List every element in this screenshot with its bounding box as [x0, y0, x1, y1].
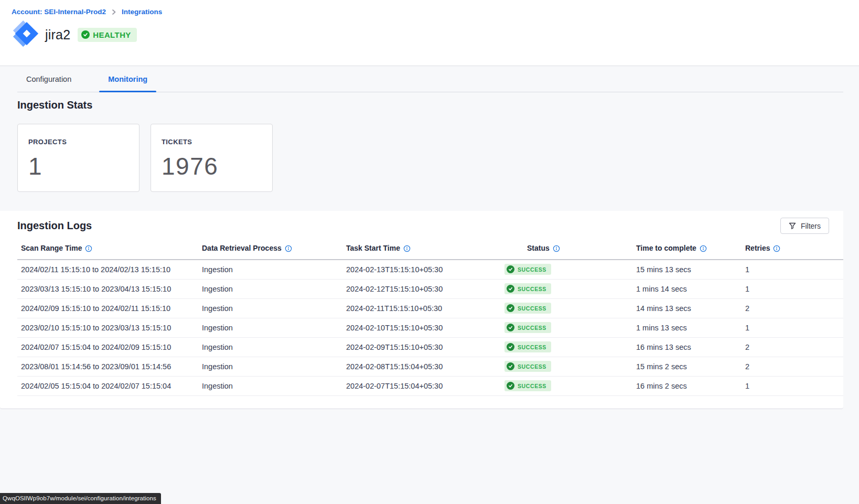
cell-status: SUCCESS — [501, 357, 632, 376]
stat-card-label: TICKETS — [162, 138, 272, 146]
cell-time-to-complete: 15 mins 2 secs — [632, 357, 742, 376]
stat-card-value: 1 — [28, 152, 139, 180]
log-table-row: 2024/02/11 15:15:10 to 2024/02/13 15:15:… — [17, 260, 843, 279]
info-icon[interactable] — [403, 245, 411, 252]
cell-scan-range: 2023/08/01 15:14:56 to 2023/09/01 15:14:… — [17, 357, 198, 376]
check-circle-icon — [507, 285, 514, 293]
log-table-row: 2024/02/09 15:15:10 to 2024/02/11 15:15:… — [17, 298, 843, 318]
cell-scan-range: 2024/02/07 15:15:04 to 2024/02/09 15:15:… — [17, 337, 198, 357]
stat-card-value: 1976 — [162, 152, 272, 180]
cell-task-start: 2024-02-13T15:15:10+05:30 — [342, 260, 501, 279]
stat-card-tickets: TICKETS 1976 — [151, 124, 273, 192]
health-status-label: HEALTHY — [93, 30, 131, 39]
column-header-time-to-complete: Time to complete — [632, 234, 742, 260]
page-title: jira2 — [45, 27, 70, 42]
cell-task-start: 2024-02-10T15:15:10+05:30 — [342, 318, 501, 337]
ingestion-stats-section: Ingestion Stats PROJECTS 1 TICKETS 1976 — [0, 92, 843, 201]
cell-process: Ingestion — [198, 279, 342, 298]
cell-retries: 2 — [742, 357, 843, 376]
tab-bar: ConfigurationMonitoring — [17, 67, 843, 92]
cell-retries: 1 — [742, 376, 843, 395]
column-header-scan-range-time: Scan Range Time — [17, 234, 198, 260]
tab-monitoring[interactable]: Monitoring — [99, 67, 156, 92]
cell-task-start: 2024-02-12T15:15:10+05:30 — [342, 279, 501, 298]
link-url-statusbar: QwqOSlIWp9ob7w/module/sei/configuration/… — [0, 493, 161, 504]
cell-time-to-complete: 15 mins 13 secs — [632, 260, 742, 279]
status-label: SUCCESS — [518, 325, 546, 331]
status-label: SUCCESS — [518, 344, 546, 350]
cell-scan-range: 2023/02/10 15:15:10 to 2023/03/13 15:15:… — [17, 318, 198, 337]
column-header-status: Status — [501, 234, 632, 260]
column-header-task-start-time: Task Start Time — [342, 234, 501, 260]
log-table-row: 2023/08/01 15:14:56 to 2023/09/01 15:14:… — [17, 357, 843, 376]
status-label: SUCCESS — [518, 286, 546, 292]
status-label: SUCCESS — [518, 383, 546, 389]
cell-time-to-complete: 1 mins 13 secs — [632, 318, 742, 337]
cell-process: Ingestion — [198, 357, 342, 376]
filters-button-label: Filters — [801, 222, 821, 230]
cell-scan-range: 2024/02/11 15:15:10 to 2024/02/13 15:15:… — [17, 260, 198, 279]
info-icon[interactable] — [285, 245, 292, 252]
status-label: SUCCESS — [518, 363, 546, 370]
cell-scan-range: 2024/02/09 15:15:10 to 2024/02/11 15:15:… — [17, 298, 198, 318]
status-badge: SUCCESS — [504, 283, 551, 294]
breadcrumb-integrations-link[interactable]: Integrations — [122, 8, 162, 16]
info-icon[interactable] — [553, 245, 560, 252]
status-label: SUCCESS — [518, 305, 546, 312]
cell-task-start: 2024-02-11T15:15:10+05:30 — [342, 298, 501, 318]
check-circle-icon — [507, 265, 514, 273]
cell-status: SUCCESS — [501, 260, 632, 279]
funnel-icon — [789, 222, 796, 230]
stat-card-label: PROJECTS — [28, 138, 139, 146]
stat-card-projects: PROJECTS 1 — [17, 124, 139, 192]
cell-status: SUCCESS — [501, 298, 632, 318]
breadcrumb-account-link[interactable]: Account: SEI-Internal-Prod2 — [12, 8, 106, 16]
cell-time-to-complete: 16 mins 13 secs — [632, 337, 742, 357]
cell-retries: 1 — [742, 279, 843, 298]
check-circle-icon — [81, 30, 90, 39]
status-badge: SUCCESS — [504, 322, 551, 333]
tab-configuration[interactable]: Configuration — [17, 67, 80, 92]
ingestion-logs-table: Scan Range Time Data Retrieval Process — [17, 234, 843, 396]
ingestion-stats-heading: Ingestion Stats — [17, 99, 843, 111]
health-status-badge: HEALTHY — [78, 28, 137, 42]
info-icon[interactable] — [773, 245, 780, 252]
info-icon[interactable] — [85, 245, 92, 252]
cell-process: Ingestion — [198, 318, 342, 337]
cell-status: SUCCESS — [501, 279, 632, 298]
table-header-row: Scan Range Time Data Retrieval Process — [17, 234, 843, 260]
cell-status: SUCCESS — [501, 318, 632, 337]
check-circle-icon — [507, 324, 514, 331]
table-body: 2024/02/11 15:15:10 to 2024/02/13 15:15:… — [17, 260, 843, 395]
column-header-retries: Retries — [742, 234, 843, 260]
info-icon[interactable] — [700, 245, 707, 252]
breadcrumb: Account: SEI-Internal-Prod2 Integrations — [12, 8, 859, 16]
check-circle-icon — [507, 382, 514, 390]
log-table-row: 2024/02/05 15:15:04 to 2024/02/07 15:15:… — [17, 376, 843, 395]
check-circle-icon — [507, 362, 514, 370]
ingestion-logs-section: Ingestion Logs Filters Scan Range Time — [0, 211, 843, 409]
filters-button[interactable]: Filters — [780, 218, 829, 234]
log-table-row: 2023/03/13 15:15:10 to 2023/04/13 15:15:… — [17, 279, 843, 298]
cell-retries: 2 — [742, 337, 843, 357]
cell-status: SUCCESS — [501, 376, 632, 395]
status-badge: SUCCESS — [504, 303, 551, 314]
cell-retries: 2 — [742, 298, 843, 318]
status-badge: SUCCESS — [504, 341, 551, 352]
stats-cards: PROJECTS 1 TICKETS 1976 — [17, 124, 843, 192]
cell-retries: 1 — [742, 260, 843, 279]
cell-task-start: 2024-02-08T15:15:04+05:30 — [342, 357, 501, 376]
cell-time-to-complete: 16 mins 2 secs — [632, 376, 742, 395]
monitoring-content: ConfigurationMonitoring Ingestion Stats … — [0, 67, 859, 504]
cell-task-start: 2024-02-07T15:15:04+05:30 — [342, 376, 501, 395]
cell-status: SUCCESS — [501, 337, 632, 357]
cell-time-to-complete: 14 mins 13 secs — [632, 298, 742, 318]
jira-logo-icon — [12, 20, 40, 49]
check-circle-icon — [507, 343, 514, 351]
cell-scan-range: 2024/02/05 15:15:04 to 2024/02/07 15:15:… — [17, 376, 198, 395]
log-table-row: 2024/02/07 15:15:04 to 2024/02/09 15:15:… — [17, 337, 843, 357]
status-label: SUCCESS — [518, 266, 546, 273]
cell-process: Ingestion — [198, 298, 342, 318]
cell-process: Ingestion — [198, 376, 342, 395]
status-badge: SUCCESS — [504, 264, 551, 275]
